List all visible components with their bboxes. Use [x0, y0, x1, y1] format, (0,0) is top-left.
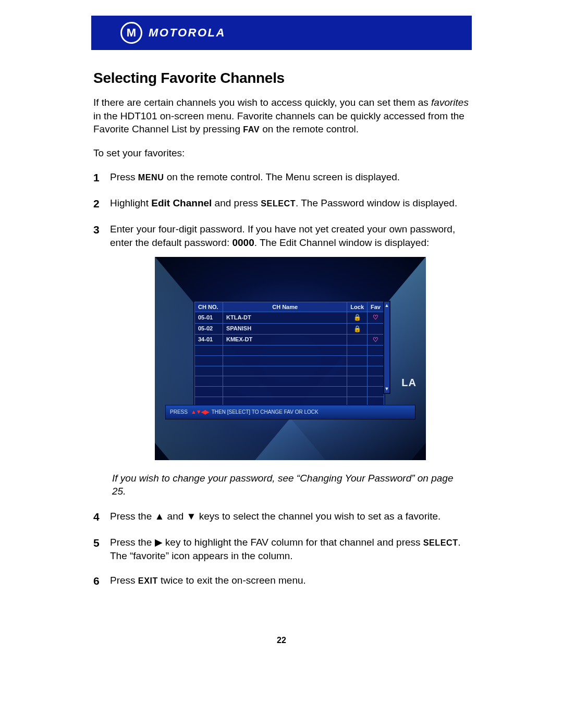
password-note: If you wish to change your password, see… [112, 472, 470, 498]
th-chno: CH NO. [195, 302, 223, 312]
lock-icon: 🔒 [353, 314, 361, 321]
th-chname: CH Name [223, 302, 347, 312]
table-row [195, 366, 384, 376]
bg-text-la: LA [401, 376, 417, 390]
text: Press [110, 575, 138, 586]
text-emph: favorites [431, 97, 469, 108]
table-row [195, 345, 384, 355]
step-1: Press MENU on the remote control. The Me… [93, 170, 470, 185]
edit-channel-screenshot: LA CH NO. CH Name Lock [155, 257, 470, 460]
key-select: SELECT [261, 199, 296, 208]
text: twice to exit the on-screen menu. [158, 575, 306, 586]
steps-list: Press MENU on the remote control. The Me… [93, 170, 470, 460]
text: THEN [SELECT] TO CHANGE FAV OR LOCK [212, 409, 319, 416]
text: Press [110, 171, 138, 182]
text: and press [212, 198, 261, 208]
brand-wordmark: MOTOROLA [149, 26, 226, 40]
key-menu: MENU [138, 172, 164, 182]
step-3: Enter your four-digit password. If you h… [93, 223, 470, 460]
steps-list-cont: Press the ▲ and ▼ keys to select the cha… [93, 510, 470, 589]
text: Press the ▲ and ▼ keys to select the cha… [110, 511, 440, 522]
motorola-batwing-icon: M [120, 22, 142, 44]
table-row: 05-02SPANISH🔒 [195, 323, 384, 334]
table-scrollbar: ▲ ▼ [383, 301, 390, 394]
key-fav: FAV [243, 125, 260, 134]
text: on the remote control. [260, 124, 359, 134]
heart-icon: ♡ [373, 336, 378, 343]
text: Highlight [110, 198, 151, 208]
arrow-keys-icon: ▲▼◀▶ [191, 408, 209, 416]
text-bold: 0000 [232, 237, 254, 248]
page: M MOTOROLA Selecting Favorite Channels I… [91, 0, 472, 645]
step-2: Highlight Edit Channel and press SELECT.… [93, 196, 470, 211]
instruction-bar: PRESS ▲▼◀▶ THEN [SELECT] TO CHANGE FAV O… [165, 405, 415, 419]
th-fav: Fav [368, 302, 384, 312]
page-number: 22 [93, 636, 470, 645]
text: . The Edit Channel window is displayed: [254, 237, 430, 248]
brand-logo: M MOTOROLA [120, 22, 226, 44]
step-5: Press the ▶ key to highlight the FAV col… [93, 536, 470, 562]
text: Press the ▶ key to highlight the FAV col… [110, 537, 423, 548]
th-lock: Lock [347, 302, 368, 312]
table-row [195, 376, 384, 387]
channel-table: CH NO. CH Name Lock Fav 05-01KTLA-DT🔒♡05… [193, 301, 385, 409]
lock-icon: 🔒 [353, 325, 361, 332]
text-bold: Edit Channel [151, 198, 212, 208]
text: If there are certain channels you wish t… [93, 97, 431, 108]
heart-icon: ♡ [373, 314, 378, 321]
text: . The Password window is displayed. [296, 198, 457, 208]
text: on the remote control. The Menu screen i… [164, 171, 400, 182]
text: PRESS [170, 409, 188, 416]
section-title: Selecting Favorite Channels [93, 70, 470, 87]
key-select: SELECT [423, 538, 458, 547]
content: Selecting Favorite Channels If there are… [91, 50, 472, 645]
scroll-down-icon: ▼ [385, 386, 389, 392]
intro-paragraph: If there are certain channels you wish t… [93, 96, 470, 136]
lead-line: To set your favorites: [93, 146, 470, 160]
step-6: Press EXIT twice to exit the on-screen m… [93, 574, 470, 588]
scroll-up-icon: ▲ [385, 302, 389, 309]
brand-banner: M MOTOROLA [91, 16, 472, 50]
step-4: Press the ▲ and ▼ keys to select the cha… [93, 510, 470, 524]
table-row [195, 387, 384, 397]
table-row: 34-01KMEX-DT♡ [195, 334, 384, 345]
table-row [195, 355, 384, 366]
table-row: 05-01KTLA-DT🔒♡ [195, 312, 384, 323]
key-exit: EXIT [138, 576, 158, 585]
